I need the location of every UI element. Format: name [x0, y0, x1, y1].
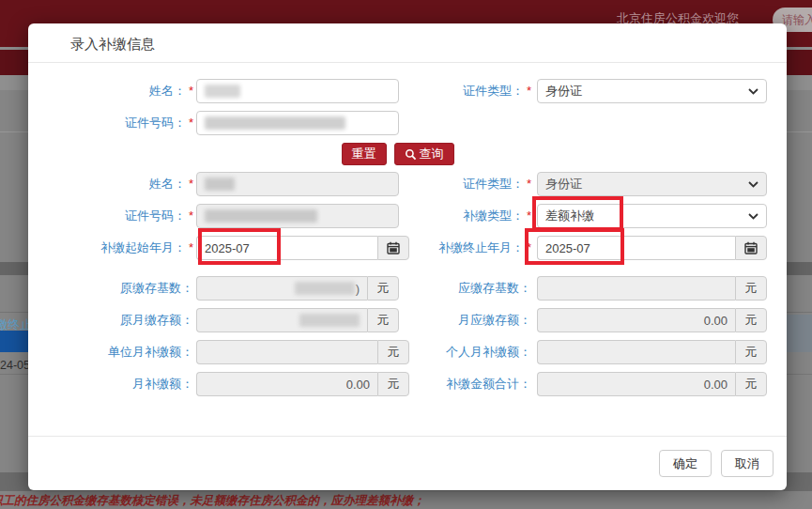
unit-addon: 元: [367, 308, 399, 332]
modal-title: 录入补缴信息: [70, 36, 155, 52]
detail-name-label: 姓名：*: [28, 176, 193, 193]
screen: 北京住房公积金欢迎您 请输入关 缴终止 24-05 职工的住房公积金缴存基数核定…: [0, 0, 812, 509]
total-input: [537, 372, 735, 396]
chevron-down-icon: [748, 88, 758, 95]
background-table-header-fragment: 缴终止: [0, 316, 32, 331]
total-label: 补缴金额合计：: [403, 376, 531, 393]
detail-row-cert-no: 证件号码：* 补缴类型：* 差额补缴: [28, 204, 767, 228]
query-row-cert-no: 证件号码：*: [28, 111, 767, 135]
query-name-label: 姓名：*: [28, 83, 193, 100]
supp-type-select[interactable]: 差额补缴: [537, 204, 767, 228]
required-asterisk: *: [189, 208, 193, 223]
month-supp-label: 月补缴额：: [28, 376, 193, 393]
query-cert-no-input[interactable]: [196, 111, 399, 135]
unit-addon: 元: [735, 276, 767, 301]
start-month-input[interactable]: [196, 236, 377, 260]
month-due-input: [537, 308, 735, 332]
query-cert-no-label: 证件号码：*: [28, 115, 193, 131]
masked-cert-no-value: [205, 116, 345, 130]
supp-type-label: 补缴类型：*: [403, 208, 531, 224]
detail-row-name: 姓名：* 证件类型：* 身份证: [28, 172, 767, 196]
magnifier-icon: [405, 148, 417, 161]
masked-cert-no-value: [205, 209, 317, 223]
detail-name-input: [196, 172, 399, 196]
detail-cert-type-select[interactable]: 身份证: [537, 172, 767, 196]
masked-name-value: [205, 85, 240, 98]
person-month-input: [537, 340, 735, 364]
background-table-cell-fragment: 24-05: [0, 356, 28, 371]
unit-month-label: 单位月补缴额：: [28, 344, 193, 361]
query-cert-type-label: 证件类型：*: [403, 83, 531, 100]
paren-text: ): [356, 282, 360, 296]
amount-row-monthly: 原月缴存额： 元 月应缴存额： 元: [28, 308, 767, 332]
modal-footer: 确定 取消: [28, 436, 787, 490]
query-cert-type-select[interactable]: 身份证: [537, 79, 767, 103]
orig-base-label: 原缴存基数：: [28, 280, 193, 297]
masked-amount-value: [299, 314, 360, 327]
detail-cert-no-input: [196, 204, 399, 228]
masked-name-value: [205, 177, 235, 191]
required-asterisk: *: [527, 177, 531, 191]
policy-footnote-text: 职工的住房公积金缴存基数核定错误，未足额缴存住房公积金的，应办理差额补缴；: [0, 493, 812, 509]
detail-cert-type-label: 证件类型：*: [403, 176, 531, 193]
cancel-button[interactable]: 取消: [721, 450, 774, 477]
unit-month-input: [196, 340, 377, 364]
due-base-input: [537, 276, 735, 301]
required-asterisk: *: [527, 84, 531, 98]
calendar-icon[interactable]: [735, 236, 767, 260]
required-asterisk: *: [189, 84, 193, 98]
chevron-down-icon: [748, 181, 758, 188]
background-selected-row-right: [787, 315, 812, 352]
query-row-name: 姓名：* 证件类型：* 身份证: [28, 79, 767, 103]
required-asterisk: *: [527, 208, 531, 223]
orig-month-input: [196, 308, 367, 332]
modal-dialog: 录入补缴信息 姓名：* 证件类型：* 身份证 证件号码：*: [28, 23, 787, 490]
amount-row-supp-monthly: 单位月补缴额： 元 个人月补缴额： 元: [28, 340, 767, 364]
due-base-label: 应缴存基数：: [403, 280, 531, 297]
required-asterisk: *: [189, 240, 193, 254]
detail-cert-no-label: 证件号码：*: [28, 208, 193, 224]
month-due-label: 月应缴存额：: [403, 312, 531, 329]
reset-button[interactable]: 重置: [342, 143, 387, 165]
detail-row-months: 补缴起始年月：* 补缴终止年月：*: [28, 236, 767, 260]
modal-body: 姓名：* 证件类型：* 身份证 证件号码：*: [28, 63, 787, 396]
chevron-down-icon: [748, 213, 758, 220]
required-asterisk: *: [527, 240, 531, 254]
amount-row-total: 月补缴额： 元 补缴金额合计： 元: [28, 372, 767, 396]
masked-amount-value: [295, 282, 355, 295]
unit-addon: 元: [735, 308, 767, 332]
month-supp-input: [196, 372, 377, 396]
orig-month-label: 原月缴存额：: [28, 312, 193, 329]
search-button[interactable]: 查询: [394, 143, 454, 165]
required-asterisk: *: [189, 116, 193, 130]
unit-addon: 元: [367, 276, 399, 301]
unit-addon: 元: [735, 372, 767, 396]
amount-row-base: 原缴存基数： ) 元 应缴存基数： 元: [28, 276, 767, 301]
background-selected-row: [0, 331, 32, 352]
end-month-input[interactable]: [537, 236, 735, 260]
modal-header: 录入补缴信息: [28, 23, 787, 63]
query-name-input[interactable]: [196, 79, 399, 103]
orig-base-input: ): [196, 276, 367, 301]
end-month-label: 补缴终止年月：*: [403, 239, 531, 256]
confirm-button[interactable]: 确定: [659, 450, 712, 477]
unit-addon: 元: [735, 340, 767, 364]
person-month-label: 个人月补缴额：: [403, 344, 531, 361]
query-button-row: 重置 查询: [28, 143, 767, 165]
required-asterisk: *: [189, 177, 193, 191]
start-month-label: 补缴起始年月：*: [28, 239, 193, 256]
